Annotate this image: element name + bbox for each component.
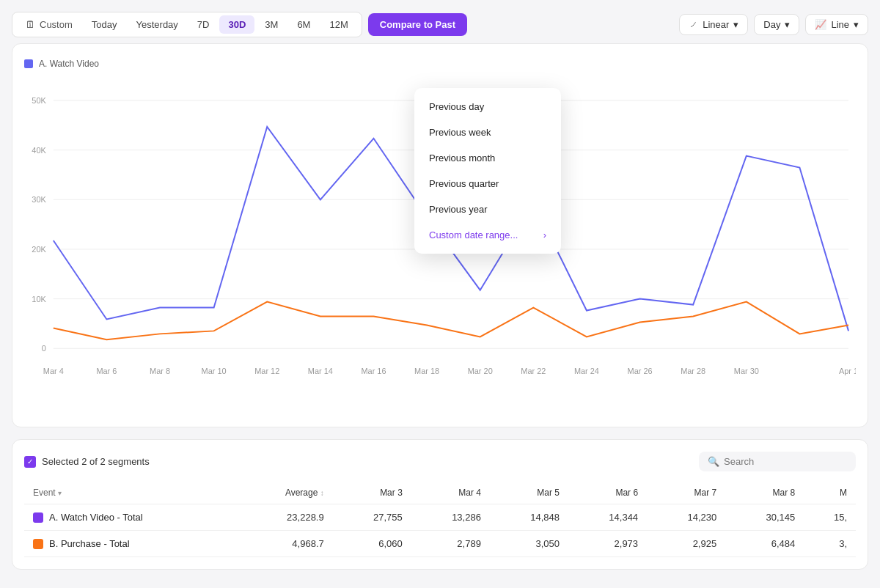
svg-text:20K: 20K <box>32 245 46 254</box>
dropdown-custom-date-range[interactable]: Custom date range... › <box>414 222 561 248</box>
mar3-column-header: Mar 3 <box>333 482 411 504</box>
svg-text:Mar 6: Mar 6 <box>96 367 117 375</box>
chart-card: A. Watch Video 50K 40K 30K 20K 10K 0 <box>12 43 868 427</box>
yesterday-button[interactable]: Yesterday <box>128 15 187 34</box>
dropdown-previous-day[interactable]: Previous day <box>414 94 561 120</box>
event-column-header[interactable]: Event ▾ <box>24 482 238 504</box>
average-cell-1: 23,228.9 <box>238 504 333 531</box>
today-button[interactable]: Today <box>83 15 126 34</box>
svg-text:Mar 22: Mar 22 <box>521 367 546 375</box>
event-cell-1: A. Watch Video - Total <box>24 504 238 531</box>
custom-button[interactable]: 🗓 Custom <box>17 15 81 34</box>
compare-to-past-button[interactable]: Compare to Past <box>368 13 467 36</box>
toolbar-right: ⟋ Linear ▾ Day ▾ 📈 Line ▾ <box>679 14 868 35</box>
mar8-column-header: Mar 8 <box>725 482 804 504</box>
dropdown-previous-quarter[interactable]: Previous quarter <box>414 171 561 196</box>
mar5-cell-2: 3,050 <box>490 531 568 557</box>
svg-text:Mar 14: Mar 14 <box>308 367 333 375</box>
extra-column-header: M <box>804 482 856 504</box>
check-icon: ✓ <box>27 457 33 466</box>
row-checkbox-1[interactable] <box>33 512 43 523</box>
search-input[interactable] <box>724 456 847 467</box>
table-header-row: Event ▾ Average ↕ Mar 3 Mar 4 Mar 5 Mar … <box>24 482 856 504</box>
linear-select[interactable]: ⟋ Linear ▾ <box>679 14 748 35</box>
7d-button[interactable]: 7D <box>188 15 219 34</box>
svg-text:10K: 10K <box>32 295 46 304</box>
dropdown-previous-month[interactable]: Previous month <box>414 145 561 171</box>
segment-info: ✓ Selected 2 of 2 segments <box>24 456 150 468</box>
linear-label: Linear <box>703 19 729 30</box>
mar5-column-header: Mar 5 <box>490 482 568 504</box>
line-chart-icon: 📈 <box>815 19 826 30</box>
sort-chevron-icon: ▾ <box>58 489 62 497</box>
extra-cell-1: 15, <box>804 504 856 531</box>
line-select[interactable]: 📈 Line ▾ <box>805 14 868 35</box>
svg-text:Mar 4: Mar 4 <box>43 367 64 375</box>
12m-button[interactable]: 12M <box>320 15 356 34</box>
data-table: Event ▾ Average ↕ Mar 3 Mar 4 Mar 5 Mar … <box>24 482 856 557</box>
chevron-down-icon-3: ▾ <box>854 19 859 30</box>
svg-text:40K: 40K <box>32 146 46 155</box>
dropdown-previous-year[interactable]: Previous year <box>414 196 561 222</box>
chevron-down-icon-2: ▾ <box>785 19 790 30</box>
linear-chart-icon: ⟋ <box>689 19 698 30</box>
mar7-column-header: Mar 7 <box>647 482 725 504</box>
search-box[interactable]: 🔍 <box>699 452 856 471</box>
bottom-header: ✓ Selected 2 of 2 segments 🔍 <box>24 452 856 471</box>
row-checkbox-2[interactable] <box>33 539 43 549</box>
average-cell-2: 4,968.7 <box>238 531 333 557</box>
toolbar: 🗓 Custom Today Yesterday 7D 30D 3M 6M 12… <box>12 12 868 37</box>
svg-text:Mar 30: Mar 30 <box>734 367 759 375</box>
segment-text: Selected 2 of 2 segments <box>42 456 150 467</box>
extra-cell-2: 3, <box>804 531 856 557</box>
svg-text:Mar 20: Mar 20 <box>468 367 493 375</box>
mar4-cell-1: 13,286 <box>411 504 490 531</box>
mar5-cell-1: 14,848 <box>490 504 568 531</box>
average-column-header[interactable]: Average ↕ <box>238 482 333 504</box>
day-select[interactable]: Day ▾ <box>754 14 799 35</box>
chevron-down-icon: ▾ <box>733 19 738 30</box>
table-row: B. Purchase - Total 4,968.7 6,060 2,789 … <box>24 531 856 557</box>
mar6-cell-2: 2,973 <box>568 531 647 557</box>
3m-button[interactable]: 3M <box>256 15 287 34</box>
mar4-column-header: Mar 4 <box>411 482 490 504</box>
line-label: Line <box>831 19 849 30</box>
calendar-icon: 🗓 <box>26 19 35 30</box>
mar4-cell-2: 2,789 <box>411 531 490 557</box>
svg-text:Mar 26: Mar 26 <box>628 367 653 375</box>
compare-dropdown: Previous day Previous week Previous mont… <box>414 88 561 254</box>
svg-text:Mar 24: Mar 24 <box>574 367 599 375</box>
event-cell-2: B. Purchase - Total <box>24 531 238 557</box>
mar3-cell-2: 6,060 <box>333 531 411 557</box>
svg-text:50K: 50K <box>32 96 46 105</box>
svg-text:Mar 8: Mar 8 <box>150 367 170 375</box>
mar6-cell-1: 14,344 <box>568 504 647 531</box>
6m-button[interactable]: 6M <box>288 15 319 34</box>
30d-button[interactable]: 30D <box>219 15 254 34</box>
svg-text:Apr 1: Apr 1 <box>839 367 856 375</box>
dropdown-previous-week[interactable]: Previous week <box>414 120 561 145</box>
mar7-cell-2: 2,925 <box>647 531 725 557</box>
svg-text:Mar 10: Mar 10 <box>202 367 227 375</box>
bottom-card: ✓ Selected 2 of 2 segments 🔍 Event ▾ Ave… <box>12 439 868 570</box>
chevron-right-icon: › <box>543 229 546 240</box>
mar7-cell-1: 14,230 <box>647 504 725 531</box>
legend-label: A. Watch Video <box>39 59 99 69</box>
select-all-checkbox[interactable]: ✓ <box>24 456 36 468</box>
sort-icon: ↕ <box>320 489 324 497</box>
svg-text:0: 0 <box>42 344 46 353</box>
chart-legend: A. Watch Video <box>24 59 856 69</box>
svg-text:Mar 12: Mar 12 <box>254 367 279 375</box>
date-range-group: 🗓 Custom Today Yesterday 7D 30D 3M 6M 12… <box>12 12 362 37</box>
svg-text:Mar 28: Mar 28 <box>681 367 705 375</box>
svg-text:Mar 18: Mar 18 <box>414 367 439 375</box>
mar8-cell-2: 6,484 <box>725 531 804 557</box>
custom-label: Custom <box>40 19 73 30</box>
mar8-cell-1: 30,145 <box>725 504 804 531</box>
svg-text:Mar 16: Mar 16 <box>361 367 386 375</box>
legend-dot-blue <box>24 59 33 68</box>
mar3-cell-1: 27,755 <box>333 504 411 531</box>
mar6-column-header: Mar 6 <box>568 482 647 504</box>
svg-text:30K: 30K <box>32 195 46 204</box>
day-label: Day <box>763 19 780 30</box>
